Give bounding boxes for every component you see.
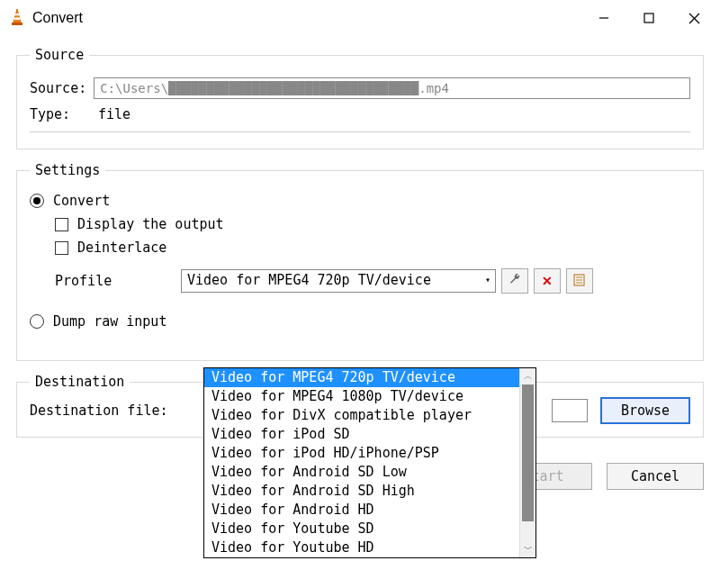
delete-profile-button[interactable]: ✕	[534, 268, 561, 294]
type-value: file	[98, 106, 130, 122]
profile-selected-value: Video for MPEG4 720p TV/device	[187, 272, 431, 288]
scroll-up-icon[interactable]: ︿	[520, 368, 536, 384]
titlebar: Convert	[0, 0, 720, 36]
deinterlace-checkbox[interactable]: Deinterlace	[55, 240, 690, 256]
type-label: Type:	[30, 106, 98, 122]
checkbox-icon	[55, 241, 68, 255]
display-output-checkbox[interactable]: Display the output	[55, 216, 690, 232]
profile-option[interactable]: Video for Android HD	[204, 501, 536, 520]
dump-raw-radio[interactable]: Dump raw input	[30, 313, 690, 330]
profile-option[interactable]: Video for DivX compatible player	[204, 406, 536, 425]
profile-option[interactable]: Video for Android SD High	[204, 482, 536, 501]
svg-marker-0	[14, 9, 21, 23]
convert-radio-label: Convert	[53, 193, 110, 209]
new-profile-button[interactable]	[566, 268, 593, 294]
dropdown-scrollbar[interactable]: ︿ ﹀	[519, 368, 536, 557]
delete-x-icon: ✕	[542, 274, 553, 288]
profile-option[interactable]: Video for Youtube SD	[204, 520, 536, 538]
source-group: Source Source: Type: file	[16, 47, 704, 149]
profile-dropdown[interactable]: Video for MPEG4 720p TV/device ▾	[181, 269, 496, 293]
profile-option[interactable]: Video for iPod HD/iPhone/PSP	[204, 444, 536, 463]
destination-file-label: Destination file:	[30, 403, 168, 419]
source-label: Source:	[30, 80, 86, 96]
maximize-button[interactable]	[626, 1, 671, 35]
svg-rect-2	[14, 17, 21, 19]
vlc-cone-icon	[9, 8, 25, 29]
svg-rect-1	[15, 14, 20, 15]
dump-raw-label: Dump raw input	[53, 313, 166, 330]
scroll-down-icon[interactable]: ﹀	[520, 541, 536, 557]
destination-legend: Destination	[30, 374, 130, 390]
profile-label: Profile	[55, 273, 181, 289]
scroll-thumb[interactable]	[522, 384, 534, 521]
profile-dropdown-list[interactable]: Video for MPEG4 720p TV/deviceVideo for …	[203, 367, 536, 558]
profile-option[interactable]: Video for MPEG4 720p TV/device	[204, 368, 536, 387]
svg-rect-5	[644, 14, 653, 23]
settings-legend: Settings	[30, 162, 105, 178]
minimize-button[interactable]	[581, 1, 626, 35]
convert-radio[interactable]: Convert	[30, 193, 690, 209]
edit-profile-button[interactable]	[501, 268, 528, 294]
destination-file-input[interactable]	[552, 399, 588, 422]
checkbox-icon	[55, 218, 68, 231]
new-profile-icon	[572, 273, 587, 290]
chevron-down-icon: ▾	[485, 275, 490, 285]
cancel-button[interactable]: Cancel	[607, 463, 704, 490]
close-button[interactable]	[671, 1, 716, 35]
divider	[30, 131, 690, 132]
radio-unchecked-icon	[30, 314, 44, 329]
svg-rect-3	[12, 23, 22, 25]
profile-option[interactable]: Video for MPEG4 1080p TV/device	[204, 387, 536, 406]
profile-option[interactable]: Video for Youtube HD	[204, 538, 536, 557]
window-title: Convert	[32, 10, 581, 26]
display-output-label: Display the output	[77, 216, 224, 232]
deinterlace-label: Deinterlace	[77, 240, 166, 256]
profile-option[interactable]: Video for Android SD Low	[204, 463, 536, 482]
browse-button[interactable]: Browse	[600, 397, 690, 424]
settings-group: Settings Convert Display the output Dein…	[16, 162, 704, 361]
wrench-icon	[508, 273, 522, 290]
radio-checked-icon	[30, 194, 44, 208]
source-input[interactable]	[94, 77, 690, 99]
source-legend: Source	[30, 47, 89, 63]
profile-option[interactable]: Video for iPod SD	[204, 425, 536, 444]
